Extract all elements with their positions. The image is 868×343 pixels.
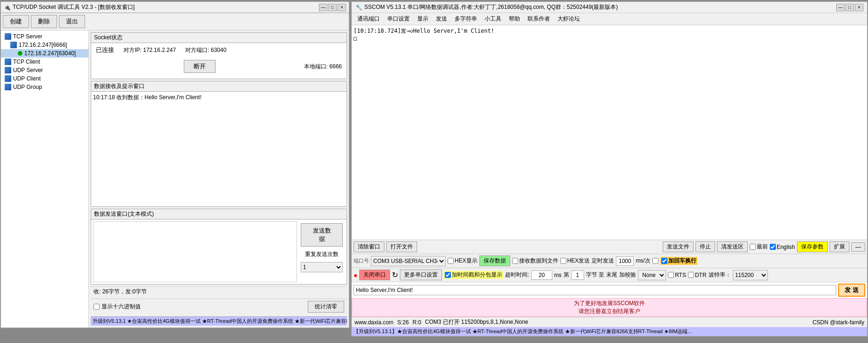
ip-port-label: 172.16.2.247[6666] [19, 42, 67, 48]
udp-server-icon [5, 67, 11, 73]
exit-button[interactable]: 退出 [59, 15, 85, 28]
tcp-server-label: TCP Server [13, 33, 42, 40]
dtr-label-text: DTR [695, 272, 707, 278]
hex-display-checkbox[interactable] [94, 304, 100, 310]
left-minimize-btn[interactable]: — [319, 4, 327, 11]
refresh-icon[interactable]: ↻ [392, 270, 398, 279]
left-titlebar: 🔌 TCP/UDP Socket 调试工具 V2.3 - [数据收发窗口] — … [1, 2, 349, 13]
sscom-clear-btn[interactable]: 清除窗口 [354, 241, 384, 252]
timer-checkbox-label[interactable] [652, 258, 658, 264]
last-checkbox-label[interactable]: 最前 [750, 243, 768, 251]
menu-send[interactable]: 发送 [432, 14, 451, 24]
sscom-expand-btn[interactable]: 扩展 [830, 241, 849, 252]
left-status-bar: 收: 26字节，发:0字节 [91, 286, 347, 297]
send-data-button[interactable]: 发送数据 [301, 223, 343, 247]
dtr-label[interactable]: DTR [688, 272, 707, 278]
rts-cb[interactable] [668, 272, 674, 278]
add-crlf-cb[interactable] [661, 258, 667, 264]
sidebar-item-ip-port[interactable]: 172.16.2.247[6666] [1, 41, 88, 49]
hex-display-label[interactable]: 显示十六进制值 [94, 303, 141, 311]
left-close-btn[interactable]: × [338, 4, 346, 11]
port-select[interactable]: COM3 USB-SERIAL CH340 [371, 256, 446, 266]
sscom-close-btn[interactable]: × [855, 4, 863, 11]
recv-send-count: 收: 26字节，发:0字节 [94, 288, 147, 296]
sscom-clear-send-btn[interactable]: 清发送区 [717, 241, 748, 252]
sscom-minimize-btn[interactable]: — [836, 4, 845, 11]
timeout-value-input[interactable] [531, 270, 552, 280]
save-data-btn[interactable]: 保存数据 [479, 255, 510, 266]
local-port-group: 本地端口: 6666 [304, 63, 342, 71]
hex-send-label[interactable]: HEX发送 [560, 257, 590, 265]
sscom-maximize-btn[interactable]: □ [846, 4, 854, 11]
udp-group-icon [5, 84, 11, 90]
left-title-text: TCP/UDP Socket 调试工具 V2.3 - [数据收发窗口] [13, 3, 135, 11]
sscom-s-count: S:26 [397, 319, 409, 326]
remote-port-label: 对方端口: [185, 47, 209, 53]
create-button[interactable]: 创建 [3, 15, 29, 28]
sscom-open-file-btn[interactable]: 打开文件 [386, 241, 417, 252]
left-title-icon: 🔌 [4, 4, 11, 11]
sidebar-item-client-conn[interactable]: 172.16.2.247[63040] [1, 49, 88, 58]
timer-value-input[interactable] [616, 256, 634, 266]
menu-multistring[interactable]: 多字符串 [451, 14, 481, 24]
sscom-icon: 🔧 [355, 4, 362, 11]
menu-tools[interactable]: 小工具 [481, 14, 505, 24]
checksum-select[interactable]: None CRC16 Sum8 [638, 270, 666, 280]
add-crlf-label-text: 加回车换行 [668, 257, 696, 265]
recv-file-label[interactable]: 接收数据到文件 [512, 257, 558, 265]
english-label-text: English [777, 244, 795, 250]
close-port-btn[interactable]: 关闭串口 [359, 270, 390, 280]
timestamp-label[interactable]: 加时间戳和分包显示 [444, 271, 503, 279]
sidebar-item-udp-server[interactable]: UDP Server [1, 66, 88, 74]
menu-contact[interactable]: 联系作者 [524, 14, 554, 24]
left-window: 🔌 TCP/UDP Socket 调试工具 V2.3 - [数据收发窗口] — … [0, 1, 350, 328]
baudrate-select[interactable]: 115200 9600 19200 38400 [733, 270, 768, 280]
nth-value-input[interactable] [571, 270, 584, 280]
green-dot-icon [18, 51, 22, 56]
recv-file-cb[interactable] [512, 258, 518, 264]
hex-display-checkbox-label[interactable]: HEX显示 [448, 257, 477, 265]
repeat-select[interactable]: 1 2 5 10 100 [301, 262, 343, 272]
sscom-stop-btn[interactable]: 停止 [695, 241, 715, 252]
menu-forum[interactable]: 大虾论坛 [554, 14, 584, 24]
data-receive-content: 10:17:18 收到数据：Hello Server,I'm Client! [91, 92, 347, 206]
sscom-toolbar1: 清除窗口 打开文件 发送文件 停止 清发送区 最前 English 保存参数 扩… [352, 240, 867, 254]
menu-display[interactable]: 显示 [413, 14, 432, 24]
last-checkbox[interactable] [750, 244, 756, 250]
left-maximize-btn[interactable]: □ [328, 4, 337, 11]
sscom-send-area: 发 送 [352, 282, 867, 298]
sscom-website: www.daxia.com [354, 319, 393, 326]
clear-stats-button[interactable]: 统计清零 [308, 301, 344, 313]
add-crlf-label[interactable]: 加回车换行 [660, 257, 697, 265]
dtr-cb[interactable] [688, 272, 694, 278]
timer-cb[interactable] [652, 258, 658, 264]
socket-status-label: Socket状态 [91, 33, 347, 43]
sidebar-item-udp-group[interactable]: UDP Group [1, 83, 88, 91]
tcp-server-icon [5, 33, 11, 40]
sidebar-item-tcp-server[interactable]: TCP Server [1, 32, 88, 41]
tail-label: 末尾 [606, 271, 617, 279]
hex-display-cb[interactable] [448, 258, 454, 264]
sidebar-item-tcp-client[interactable]: TCP Client [1, 58, 88, 66]
baudrate-label: 波特率： [709, 271, 731, 279]
rts-label[interactable]: RTS [668, 272, 686, 278]
sscom-save-params-btn[interactable]: 保存参数 [797, 241, 828, 252]
sidebar-item-udp-client[interactable]: UDP Client [1, 74, 88, 83]
socket-status-panel: Socket状态 已连接 对方IP: 172.16.2.247 对方端口: 63… [91, 32, 347, 79]
menu-serial-settings[interactable]: 串口设置 [383, 14, 413, 24]
sscom-send-button[interactable]: 发 送 [838, 284, 865, 297]
more-port-btn[interactable]: 更多串口设置 [400, 270, 442, 280]
hex-send-cb[interactable] [560, 258, 566, 264]
menu-comm-port[interactable]: 通讯端口 [354, 14, 383, 24]
english-checkbox[interactable] [770, 244, 776, 250]
english-checkbox-label[interactable]: English [770, 244, 795, 250]
sscom-send-input[interactable] [354, 285, 836, 295]
menu-help[interactable]: 帮助 [505, 14, 524, 24]
checksum-label: 加校验 [619, 271, 636, 279]
send-textarea[interactable] [93, 221, 297, 282]
disconnect-button[interactable]: 断开 [184, 60, 216, 73]
sscom-send-file-btn[interactable]: 发送文件 [663, 241, 694, 252]
sscom-more-btn[interactable]: — [851, 242, 865, 252]
timestamp-cb[interactable] [445, 272, 451, 278]
delete-button[interactable]: 删除 [31, 15, 57, 28]
